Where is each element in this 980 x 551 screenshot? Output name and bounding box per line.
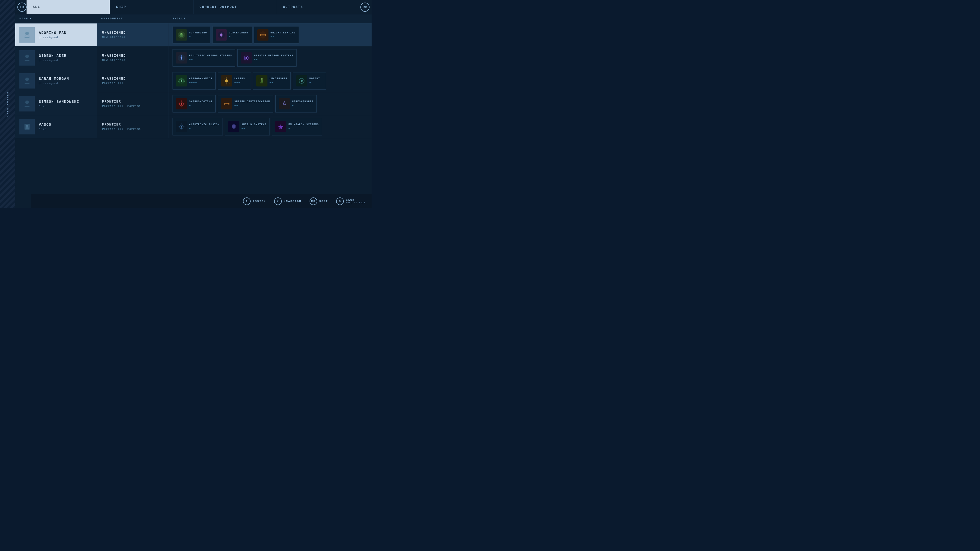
unassign-button[interactable]: X [274, 197, 282, 205]
skill-name: BOTANY [309, 77, 320, 80]
skill-name: ASTRODYNAMICS [189, 77, 212, 80]
crew-name-info: VASCO Ship [39, 123, 52, 131]
tab-all[interactable]: ALL [27, 0, 110, 14]
assign-location: Porrima III [102, 82, 163, 85]
nav-bar: LB ALL SHIP CURRENT OUTPOST OUTPOSTS RB [15, 0, 372, 14]
assign-location: New Atlantis [102, 59, 163, 62]
svg-point-11 [25, 55, 29, 58]
back-label: BACK [346, 198, 366, 202]
avatar [19, 119, 35, 135]
skill-info: MISSILE WEAPON SYSTEMS ++ [254, 54, 293, 61]
skill-info: SCAVENGING + [189, 32, 207, 38]
assignment-cell: UNASSIGNED New Atlantis [97, 46, 169, 69]
skill-stars: ++ [269, 81, 287, 84]
assignment-cell: UNASSIGNED New Atlantis [97, 24, 169, 46]
skill-icon-sharpshooting [176, 98, 187, 110]
crew-name: SIMEON BANKOWSKI [39, 100, 79, 104]
skill-badge: CONCEALMENT + [212, 26, 252, 44]
svg-rect-10 [265, 34, 266, 36]
assignment-cell: UNASSIGNED Porrima III [97, 69, 169, 92]
svg-rect-9 [260, 34, 261, 36]
tab-outposts[interactable]: OUTPOSTS [277, 0, 360, 14]
svg-point-32 [261, 78, 262, 79]
name-cell-gideon: GIDEON AKER Unassigned [15, 46, 97, 69]
skill-icon-shield [228, 121, 239, 132]
skill-stars: ++ [189, 59, 232, 61]
skill-icon-astrodynamics [176, 75, 187, 86]
skill-badge: SNIPER CERTIFICATION ++ [218, 95, 273, 113]
crew-name: GIDEON AKER [39, 54, 67, 58]
crew-name: VASCO [39, 123, 52, 127]
skill-badge: MARKSMANSHIP + [275, 95, 317, 113]
lb-button[interactable]: LB [18, 3, 27, 12]
assign-action: A ASSIGN [243, 197, 266, 205]
skill-badge: SHIELD SYSTEMS ++ [225, 118, 270, 135]
skill-info: LASERS +++ [234, 77, 245, 84]
assign-name: FRONTIER [102, 123, 163, 127]
skill-info: BALLISTIC WEAPON SYSTEMS ++ [189, 54, 232, 61]
skill-stars: + [189, 104, 212, 107]
svg-rect-31 [261, 79, 263, 83]
skill-name: BALLISTIC WEAPON SYSTEMS [189, 54, 232, 57]
sidebar: CREW ROSTER [0, 0, 15, 208]
skill-stars: +++ [234, 81, 245, 84]
bottom-bar: A ASSIGN X UNASSIGN RS SORT B BACK HOLD … [30, 194, 372, 208]
sort-action: RS SORT [310, 197, 328, 205]
svg-point-19 [25, 78, 29, 81]
name-cell-vasco: VASCO Ship [15, 115, 97, 138]
back-button[interactable]: B [336, 197, 344, 205]
avatar [19, 73, 35, 89]
svg-point-36 [301, 80, 303, 82]
skills-cell: ANEUTRONIC FUSION + SHIELD SYSTEMS [169, 115, 372, 138]
skill-name: SHIELD SYSTEMS [242, 123, 266, 126]
assign-label: ASSIGN [253, 200, 266, 203]
skill-badge: LEADERSHIP ++ [253, 72, 291, 89]
table-row[interactable]: SIMEON BANKOWSKI Ship FRONTIER Porrima I… [15, 92, 372, 115]
svg-point-4 [181, 33, 182, 34]
crew-sub: Ship [39, 105, 79, 108]
assign-location: Porrima III, Porrima [102, 127, 163, 130]
skill-icon-marksmanship [279, 98, 290, 110]
skill-stars: + [292, 104, 313, 107]
table-row[interactable]: ADORING FAN Unassigned UNASSIGNED New At… [15, 24, 372, 46]
svg-point-50 [26, 125, 28, 127]
svg-rect-45 [224, 103, 225, 105]
skill-name: ANEUTRONIC FUSION [189, 123, 220, 126]
skill-badge: MISSILE WEAPON SYSTEMS ++ [237, 49, 297, 67]
name-cell-adoring-fan: ADORING FAN Unassigned [15, 24, 97, 46]
skill-icon-lasers [221, 75, 232, 86]
skill-info: MARKSMANSHIP + [292, 100, 313, 107]
skill-info: BOTANY + [309, 77, 320, 84]
skills-cell: SCAVENGING + CONCEALMENT + [169, 24, 372, 46]
header-assignment: ASSIGNMENT [101, 17, 172, 20]
tab-current-outpost[interactable]: CURRENT OUTPOST [193, 0, 277, 14]
name-cell-sarah: SARAH MORGAN Unassigned [15, 69, 97, 92]
skill-name: SHARPSHOOTING [189, 100, 212, 103]
rb-button[interactable]: RB [360, 3, 369, 12]
assign-button[interactable]: A [243, 197, 251, 205]
skill-icon-aneutronic [176, 121, 187, 132]
table-row[interactable]: GIDEON AKER Unassigned UNASSIGNED New At… [15, 46, 372, 69]
skill-name: LASERS [234, 77, 245, 80]
svg-rect-44 [224, 103, 229, 104]
skill-info: WEIGHT LIFTING ++ [270, 32, 296, 38]
sort-button[interactable]: RS [310, 197, 317, 205]
skill-name: MISSILE WEAPON SYSTEMS [254, 54, 293, 57]
crew-name-info: ADORING FAN Unassigned [39, 31, 67, 39]
table-row[interactable]: VASCO Ship FRONTIER Porrima III, Porrima [15, 115, 372, 138]
crew-name-info: GIDEON AKER Unassigned [39, 54, 67, 62]
skills-cell: BALLISTIC WEAPON SYSTEMS ++ [169, 46, 372, 69]
skill-stars: + [229, 35, 248, 38]
tab-ship[interactable]: SHIP [110, 0, 193, 14]
skill-badge: BALLISTIC WEAPON SYSTEMS ++ [172, 49, 235, 67]
skill-icon-scavenging [176, 29, 187, 41]
skill-info: ASTRODYNAMICS ++++ [189, 77, 212, 84]
skill-info: CONCEALMENT + [229, 32, 248, 38]
skill-name: CONCEALMENT [229, 32, 248, 35]
name-cell-simeon: SIMEON BANKOWSKI Ship [15, 92, 97, 115]
skill-icon-em [275, 121, 286, 132]
svg-point-0 [25, 32, 29, 35]
skill-name: WEIGHT LIFTING [270, 32, 296, 35]
table-row[interactable]: SARAH MORGAN Unassigned UNASSIGNED Porri… [15, 69, 372, 92]
skills-cell: SHARPSHOOTING + SNIPER CERTI [169, 92, 372, 115]
